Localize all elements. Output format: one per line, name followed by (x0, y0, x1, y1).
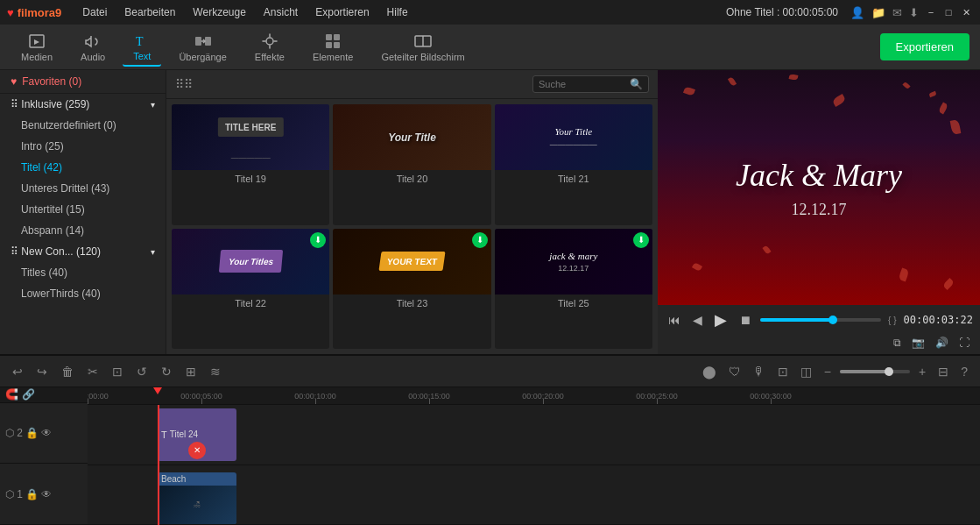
rotate-left-button[interactable]: ↺ (133, 363, 151, 380)
stop-button[interactable]: ⏹ (736, 311, 755, 329)
redo-button[interactable]: ↪ (33, 363, 51, 380)
svg-rect-2 (195, 37, 201, 46)
title-card-19[interactable]: TITLE HERE ————— Titel 19 (172, 104, 329, 225)
menu-ansicht[interactable]: Ansicht (257, 4, 305, 20)
track-2-eye[interactable]: 👁 (41, 427, 52, 439)
progress-bar[interactable] (760, 318, 881, 322)
tl-bookmark-button[interactable]: ◫ (797, 363, 815, 380)
title-card-23[interactable]: YOUR TEXT ⬇ Titel 23 (333, 229, 490, 350)
title-card-25[interactable]: jack & mary 12.12.17 ⬇ Titel 25 (495, 229, 652, 350)
menu-hilfe[interactable]: Hilfe (380, 4, 415, 20)
tl-mic-button[interactable]: 🎙 (750, 363, 769, 380)
tl-help-button[interactable]: ? (957, 363, 971, 380)
sidebar-item-untertitel[interactable]: Untertitel (15) (0, 199, 166, 220)
menu-datei[interactable]: Datei (75, 4, 114, 20)
toolbar-audio[interactable]: Audio (70, 29, 116, 66)
tl-record-button[interactable]: ⬤ (699, 363, 720, 380)
sidebar-item-inklusive[interactable]: ⠿ Inklusive (259) ▾ (0, 94, 166, 115)
tl-plus-button[interactable]: + (915, 363, 929, 380)
title-card-22[interactable]: Your Titles ⬇ Titel 22 (172, 229, 329, 350)
zoom-slider[interactable] (840, 370, 910, 373)
toolbar-medien[interactable]: Medien (11, 29, 63, 66)
title-bar-right: Ohne Titel : 00:00:05:00 👤 📁 ✉ ⬇ − □ ✕ (726, 5, 973, 19)
grid-layout-icon[interactable]: ⠿⠿ (175, 77, 193, 91)
track-1-lock[interactable]: 🔒 (25, 488, 39, 500)
progress-thumb (828, 316, 837, 324)
sidebar-item-titles[interactable]: Titles (40) (0, 262, 166, 283)
step-back-button[interactable]: ◀ (689, 311, 706, 329)
maximize-button[interactable]: □ (941, 5, 955, 19)
toolbar-geteilter[interactable]: Geteilter Bildschirm (370, 29, 475, 66)
clip-delete-button[interactable]: ✕ (188, 442, 206, 459)
sidebar-item-unteres-drittel[interactable]: Unteres Drittel (43) (0, 178, 166, 199)
sidebar-item-newcon[interactable]: ⠿ New Con... (120) ▾ (0, 241, 166, 262)
link-icon[interactable]: 🔗 (22, 388, 35, 401)
sidebar-item-lowerthirds[interactable]: LowerThirds (40) (0, 283, 166, 304)
download-icon[interactable]: ⬇ (909, 6, 919, 19)
timeline-right-controls: ⬤ 🛡 🎙 ⊡ ◫ − + ⊟ ? (699, 363, 971, 380)
minimize-button[interactable]: − (924, 5, 938, 19)
toolbar-elemente[interactable]: Elemente (302, 29, 363, 66)
track-1-number: ⬡ 1 (5, 488, 23, 500)
tl-shield-button[interactable]: 🛡 (725, 363, 744, 380)
tl-split-button[interactable]: ⊟ (934, 363, 952, 380)
menu-bearbeiten[interactable]: Bearbeiten (117, 4, 182, 20)
search-icon: 🔍 (630, 78, 643, 90)
sidebar-newcon-label: ⠿ New Con... (120) (11, 245, 101, 258)
app-logo: ♥ filmora9 (7, 6, 61, 19)
title-clip[interactable]: T Titel 24 ✕ (158, 408, 236, 461)
video-clip[interactable]: Beach 🏖 (158, 472, 236, 525)
track-1-eye[interactable]: 👁 (41, 488, 52, 500)
folder-icon[interactable]: 📁 (871, 6, 885, 19)
progress-fill (760, 318, 833, 322)
toolbar-uebergaenge[interactable]: Übergänge (168, 29, 236, 66)
toolbar-geteilter-label: Geteilter Bildschirm (381, 52, 464, 62)
preview-video: Jack & Mary 12.12.17 (658, 70, 980, 305)
crop-button[interactable]: ⊡ (109, 363, 126, 380)
tl-minus-button[interactable]: − (821, 363, 835, 380)
sidebar-item-benutzerdefiniert[interactable]: Benutzerdefiniert (0) (0, 115, 166, 136)
track-2-lock[interactable]: 🔒 (25, 427, 39, 439)
toolbar-text[interactable]: T Text (123, 28, 161, 67)
audio-mix-button[interactable]: ≋ (207, 363, 224, 380)
delete-button[interactable]: 🗑 (58, 363, 77, 380)
titles-grid: TITLE HERE ————— Titel 19 Your Title Tit… (166, 99, 658, 354)
sidebar-item-abspann[interactable]: Abspann (14) (0, 220, 166, 241)
play-button[interactable]: ▶ (711, 309, 730, 331)
timeline-ruler[interactable]: 00:00:00:00 00:00:05:00 00:00:10:00 00:0… (88, 387, 980, 405)
tl-capture-button[interactable]: ⊡ (774, 363, 792, 380)
menu-exportieren[interactable]: Exportieren (308, 4, 376, 20)
playhead (158, 405, 159, 525)
logo-heart: ♥ (7, 6, 14, 19)
toolbar-effekte[interactable]: Effekte (244, 29, 295, 66)
undo-button[interactable]: ↩ (9, 363, 26, 380)
mail-icon[interactable]: ✉ (892, 6, 902, 19)
time-display: 00:00:03:22 (904, 314, 973, 326)
favorites-button[interactable]: ♥ Favoriten (0) (0, 70, 166, 94)
snapshot-button[interactable]: 📷 (908, 335, 928, 351)
title-label-19: Titel 19 (172, 170, 329, 188)
title-thumb-25: jack & mary 12.12.17 ⬇ (495, 229, 652, 294)
search-input[interactable] (539, 79, 626, 89)
export-button[interactable]: Exportieren (880, 33, 969, 60)
menu-werkzeuge[interactable]: Werkzeuge (186, 4, 252, 20)
user-icon[interactable]: 👤 (850, 6, 864, 19)
cut-button[interactable]: ✂ (84, 363, 102, 380)
fullscreen-button[interactable]: ⛶ (955, 335, 973, 351)
snap-icon[interactable]: 🧲 (5, 388, 18, 401)
track-2-number: ⬡ 2 (5, 427, 23, 439)
transform-button[interactable]: ⊞ (182, 363, 200, 380)
pip-button[interactable]: ⧉ (890, 335, 905, 351)
title-thumb-19: TITLE HERE ————— (172, 104, 329, 170)
toolbar-elemente-label: Elemente (313, 52, 353, 62)
title-label-23: Titel 23 (333, 294, 490, 312)
title-card-21[interactable]: Your Title —————— Titel 21 (495, 104, 652, 225)
rotate-right-button[interactable]: ↻ (158, 363, 175, 380)
close-button[interactable]: ✕ (959, 5, 973, 19)
sidebar-item-intro[interactable]: Intro (25) (0, 136, 166, 157)
volume-button[interactable]: 🔊 (932, 335, 952, 351)
title-card-20[interactable]: Your Title Titel 20 (333, 104, 490, 225)
sidebar-item-titel[interactable]: Titel (42) (0, 157, 166, 178)
app-name: filmora9 (18, 6, 62, 19)
skip-back-button[interactable]: ⏮ (665, 311, 684, 329)
